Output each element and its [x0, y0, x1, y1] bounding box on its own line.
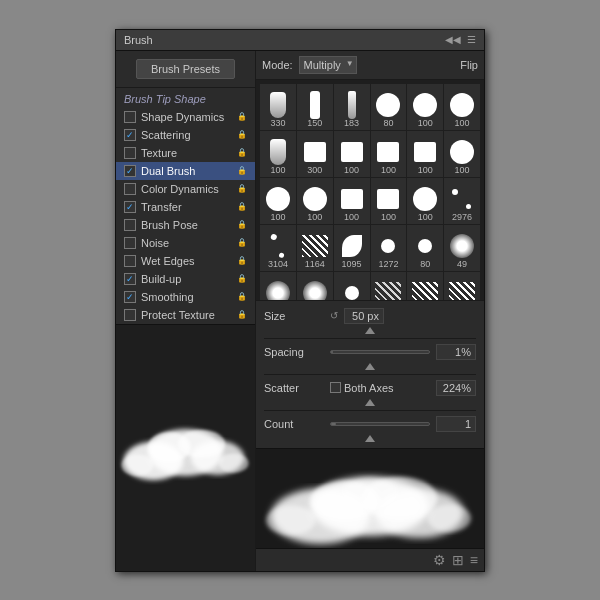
spacing-slider-wrap [264, 363, 476, 372]
checkbox-8[interactable] [124, 255, 136, 267]
divider-1 [264, 338, 476, 339]
count-fill [331, 423, 336, 425]
lock-icon-3: 🔒 [237, 166, 247, 175]
brush-size-15: 100 [381, 213, 396, 222]
scatter-value[interactable]: 224% [436, 380, 476, 396]
brush-cell-2[interactable]: 183 [334, 84, 370, 130]
brush-shape-15 [373, 185, 403, 213]
list-icon[interactable]: ≡ [470, 552, 478, 568]
spacing-value[interactable]: 1% [436, 344, 476, 360]
brush-cell-14[interactable]: 100 [334, 178, 370, 224]
count-slider-handle[interactable] [365, 435, 375, 442]
sidebar-item-wet-edges[interactable]: Wet Edges🔒 [116, 252, 255, 270]
brush-cell-27[interactable]: 60 [371, 272, 407, 300]
brush-shape-7 [300, 138, 330, 166]
panel-title: Brush [124, 34, 153, 46]
lock-icon-5: 🔒 [237, 202, 247, 211]
brush-cell-22[interactable]: 80 [407, 225, 443, 271]
brush-cell-0[interactable]: 330 [260, 84, 296, 130]
checkbox-11[interactable] [124, 309, 136, 321]
brush-cell-26[interactable]: 4 [334, 272, 370, 300]
brush-cell-16[interactable]: 100 [407, 178, 443, 224]
sidebar-item-scattering[interactable]: Scattering🔒 [116, 126, 255, 144]
size-value[interactable]: 50 px [344, 308, 384, 324]
checkbox-2[interactable] [124, 147, 136, 159]
sidebar-item-brush-pose[interactable]: Brush Pose🔒 [116, 216, 255, 234]
brush-cell-1[interactable]: 150 [297, 84, 333, 130]
scatter-slider-handle[interactable] [365, 399, 375, 406]
presets-btn-row: Brush Presets [116, 51, 255, 88]
checkbox-10[interactable] [124, 291, 136, 303]
size-reset-icon[interactable]: ↺ [330, 310, 338, 321]
bottom-preview-svg [256, 449, 484, 548]
menu-icon[interactable]: ☰ [467, 34, 476, 45]
sidebar-item-smoothing[interactable]: Smoothing🔒 [116, 288, 255, 306]
brush-size-8: 100 [344, 166, 359, 175]
sidebar-item-shape-dynamics[interactable]: Shape Dynamics🔒 [116, 108, 255, 126]
both-axes-checkbox[interactable] [330, 382, 341, 393]
presets-button[interactable]: Brush Presets [136, 59, 235, 79]
lock-icon-1: 🔒 [237, 130, 247, 139]
lock-icon-10: 🔒 [237, 292, 247, 301]
brush-size-10: 100 [418, 166, 433, 175]
divider-3 [264, 410, 476, 411]
brush-cell-29[interactable]: 21 [444, 272, 480, 300]
size-slider-handle[interactable] [365, 327, 375, 334]
brush-cell-17[interactable]: 2976 [444, 178, 480, 224]
brush-cell-24[interactable]: 60 [260, 272, 296, 300]
checkbox-0[interactable] [124, 111, 136, 123]
checkbox-4[interactable] [124, 183, 136, 195]
brush-shape-16 [410, 185, 440, 213]
sidebar-item-texture[interactable]: Texture🔒 [116, 144, 255, 162]
brush-cell-25[interactable]: 88 [297, 272, 333, 300]
spacing-slider-handle[interactable] [365, 363, 375, 370]
brush-cell-13[interactable]: 100 [297, 178, 333, 224]
sidebar-item-label-7: Noise [141, 237, 234, 249]
brush-cell-11[interactable]: 100 [444, 131, 480, 177]
brush-cell-28[interactable]: 10 [407, 272, 443, 300]
mode-select[interactable]: Multiply [299, 56, 357, 74]
checkbox-5[interactable] [124, 201, 136, 213]
spacing-track[interactable] [330, 350, 430, 354]
brush-cell-3[interactable]: 80 [371, 84, 407, 130]
brush-cell-5[interactable]: 100 [444, 84, 480, 130]
checkbox-9[interactable] [124, 273, 136, 285]
brush-cell-23[interactable]: 49 [444, 225, 480, 271]
brush-cell-6[interactable]: 100 [260, 131, 296, 177]
checkbox-6[interactable] [124, 219, 136, 231]
brush-shape-2 [337, 91, 367, 119]
sidebar-item-protect-texture[interactable]: Protect Texture🔒 [116, 306, 255, 324]
brush-cell-15[interactable]: 100 [371, 178, 407, 224]
sidebar-item-transfer[interactable]: Transfer🔒 [116, 198, 255, 216]
checkbox-7[interactable] [124, 237, 136, 249]
panel-titlebar: Brush ◀◀ ☰ [116, 30, 484, 51]
grid-icon[interactable]: ⊞ [452, 552, 464, 568]
brush-grid: 3301501838010010010030010010010010010010… [256, 80, 484, 300]
link-icon[interactable]: ⚙ [433, 552, 446, 568]
brush-size-16: 100 [418, 213, 433, 222]
sidebar-item-color-dynamics[interactable]: Color Dynamics🔒 [116, 180, 255, 198]
collapse-icon[interactable]: ◀◀ [445, 34, 461, 45]
brush-cell-12[interactable]: 100 [260, 178, 296, 224]
brush-cell-8[interactable]: 100 [334, 131, 370, 177]
checkbox-3[interactable] [124, 165, 136, 177]
count-track[interactable] [330, 422, 430, 426]
sidebar-item-dual-brush[interactable]: Dual Brush🔒 [116, 162, 255, 180]
mode-select-wrap[interactable]: Multiply [299, 56, 357, 74]
sidebar-item-build-up[interactable]: Build-up🔒 [116, 270, 255, 288]
brush-cell-18[interactable]: 3104 [260, 225, 296, 271]
brush-cell-20[interactable]: 1095 [334, 225, 370, 271]
brush-cell-7[interactable]: 300 [297, 131, 333, 177]
brush-shape-28 [410, 279, 440, 300]
brush-cell-9[interactable]: 100 [371, 131, 407, 177]
brush-cell-21[interactable]: 1272 [371, 225, 407, 271]
brush-cell-19[interactable]: 1164 [297, 225, 333, 271]
checkbox-1[interactable] [124, 129, 136, 141]
sidebar-item-noise[interactable]: Noise🔒 [116, 234, 255, 252]
brush-cell-10[interactable]: 100 [407, 131, 443, 177]
count-value[interactable]: 1 [436, 416, 476, 432]
brush-cell-4[interactable]: 100 [407, 84, 443, 130]
brush-tip-shape-title: Brush Tip Shape [116, 88, 255, 108]
both-axes-checkbox-row[interactable]: Both Axes [330, 382, 394, 394]
sidebar-item-label-5: Transfer [141, 201, 234, 213]
